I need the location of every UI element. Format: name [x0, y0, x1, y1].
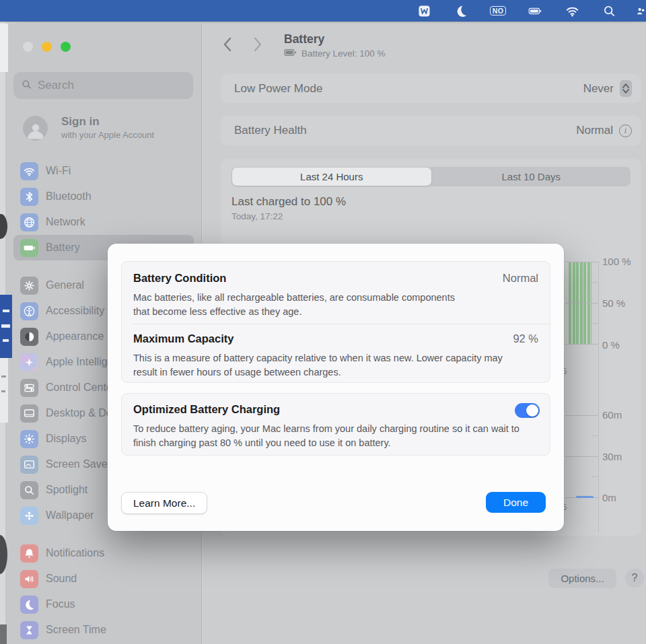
options-button[interactable]: Options...: [548, 569, 616, 588]
maximum-capacity-title: Maximum Capacity: [133, 332, 234, 345]
appearance-icon: [20, 328, 38, 346]
tab-last-10-days[interactable]: Last 10 Days: [432, 167, 631, 186]
sidebar-item-focus[interactable]: Focus: [13, 592, 194, 617]
wps-office-icon[interactable]: [414, 3, 434, 19]
maximum-capacity-description: This is a measure of battery capacity re…: [133, 351, 527, 379]
sidebar-item-label: Wi-Fi: [46, 165, 71, 177]
sidebar-item-label: Screen Saver: [46, 458, 111, 470]
sidebar-item-label: Notifications: [46, 547, 104, 559]
minimize-window-button[interactable]: [42, 42, 52, 52]
keyboard-layout-badge[interactable]: NO: [488, 3, 508, 19]
battery-status-icon[interactable]: [525, 3, 545, 19]
toggle-knob: [526, 404, 538, 417]
sidebar-item-label: Spotlight: [46, 484, 87, 496]
avatar[interactable]: [23, 116, 48, 141]
optimized-charging-title: Optimized Battery Charging: [133, 403, 280, 416]
sidebar-item-screen-time[interactable]: Screen Time: [13, 617, 194, 643]
sidebar-item-network[interactable]: Network: [13, 209, 194, 235]
optimized-charging-toggle[interactable]: [515, 403, 540, 418]
learn-more-button[interactable]: Learn More...: [121, 492, 207, 514]
low-power-mode-row: Low Power Mode Never: [221, 74, 641, 103]
sidebar-item-label: Wallpaper: [46, 509, 94, 522]
ytick-100: 100 %: [602, 256, 631, 267]
low-power-mode-label: Low Power Mode: [234, 74, 322, 103]
desktop-dock-icon: [20, 404, 38, 423]
battery-condition-title: Battery Condition: [133, 272, 226, 285]
info-icon[interactable]: i: [619, 124, 632, 137]
gear-icon: [20, 277, 38, 295]
sidebar-item-label: Appearance: [46, 330, 104, 343]
battery-health-label: Battery Health: [234, 116, 307, 145]
window-controls: [23, 42, 71, 52]
search-input[interactable]: Search: [13, 72, 193, 99]
sidebar-item-label: Battery: [46, 242, 80, 254]
optimized-charging-description: To reduce battery aging, your Mac learns…: [133, 422, 534, 450]
background-window-sliver: [0, 358, 8, 423]
sidebar-item-label: Focus: [46, 598, 75, 610]
sidebar-item-label: Network: [46, 216, 85, 228]
do-not-disturb-moon-icon[interactable]: [451, 3, 471, 19]
ytick-50: 50 %: [602, 297, 625, 309]
battery-condition-description: Mac batteries, like all rechargeable bat…: [133, 291, 455, 318]
wifi-status-icon[interactable]: [562, 3, 582, 19]
sparkle-icon: [20, 353, 38, 371]
screensaver-icon: [20, 456, 38, 474]
low-power-mode-select[interactable]: Never: [583, 74, 632, 103]
sidebar-item-bluetooth[interactable]: Bluetooth: [13, 184, 194, 209]
globe-icon: [20, 213, 38, 231]
sign-in-subtitle: with your Apple Account: [61, 130, 154, 140]
optimized-charging-section: Optimized Battery Charging To reduce bat…: [121, 393, 550, 456]
close-window-button[interactable]: [23, 42, 33, 52]
sidebar-item-label: General: [46, 279, 84, 291]
ytick-30m: 30m: [602, 451, 622, 462]
stepper-icon[interactable]: [620, 80, 632, 97]
battery-health-value: Normal: [576, 124, 613, 137]
ytick-0m: 0m: [602, 492, 616, 503]
back-button[interactable]: [220, 36, 234, 53]
bell-icon: [20, 544, 38, 563]
now-marker-dotted-line: [598, 262, 599, 532]
sidebar-item-wifi[interactable]: Wi-Fi: [13, 158, 194, 184]
spotlight-search-icon[interactable]: [599, 3, 619, 19]
flower-icon: [20, 507, 38, 525]
wifi-icon: [20, 162, 38, 180]
speaker-icon: [20, 570, 38, 588]
last-charged-title: Last charged to 100 %: [231, 195, 346, 209]
hourglass-icon: [20, 621, 38, 639]
sun-icon: [20, 430, 38, 448]
zoom-window-button[interactable]: [61, 42, 71, 52]
fast-user-switching-icon[interactable]: [636, 3, 646, 19]
battery-health-row: Battery Health Normal i: [221, 116, 641, 145]
battery-small-icon: [284, 48, 297, 59]
sidebar-item-notifications[interactable]: Notifications: [13, 540, 194, 566]
done-button[interactable]: Done: [486, 492, 546, 513]
moon-icon: [20, 596, 38, 614]
tab-last-24-hours[interactable]: Last 24 Hours: [232, 168, 431, 186]
bluetooth-icon: [20, 188, 38, 206]
battery-condition-value: Normal: [503, 272, 538, 285]
sidebar-item-label: Screen Time: [46, 624, 106, 636]
page-title: Battery: [284, 32, 324, 46]
usage-marker: [576, 496, 594, 498]
ytick-0: 0 %: [602, 339, 620, 351]
sign-in-title[interactable]: Sign in: [61, 115, 100, 129]
battery-health-dialog: Battery Condition Normal Mac batteries, …: [108, 244, 564, 531]
keyboard-layout-label: NO: [490, 6, 507, 16]
sidebar-item-sound[interactable]: Sound: [13, 566, 194, 592]
sidebar-item-label: Displays: [46, 433, 86, 445]
sidebar-item-label: Bluetooth: [46, 190, 92, 203]
search-placeholder: Search: [38, 79, 74, 92]
forward-button[interactable]: [251, 36, 264, 53]
search-icon: [20, 481, 38, 499]
background-document-fragment: [0, 295, 12, 358]
sidebar-item-label: Control Center: [46, 382, 116, 394]
sidebar-item-label: Accessibility: [46, 305, 104, 317]
accessibility-icon: [20, 302, 38, 320]
search-icon: [21, 79, 32, 93]
maximum-capacity-value: 92 %: [513, 332, 538, 345]
menu-bar: NO: [0, 0, 646, 22]
ytick-60m: 60m: [602, 409, 622, 421]
divider: [133, 324, 550, 324]
help-button[interactable]: ?: [625, 569, 644, 587]
battery-icon: [20, 239, 38, 257]
